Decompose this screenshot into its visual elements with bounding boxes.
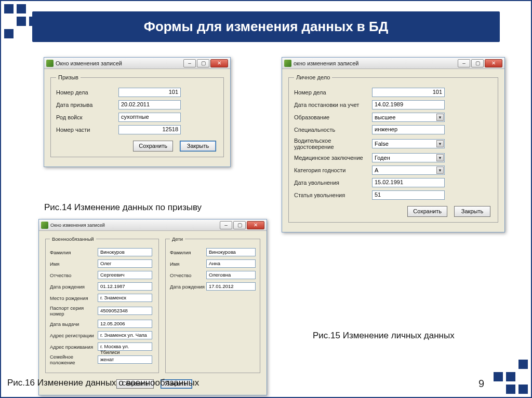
close-button[interactable]: ✕ bbox=[485, 59, 502, 67]
app-icon bbox=[41, 222, 48, 229]
titlebar[interactable]: Окно изменения записей – ▢ ✕ bbox=[39, 219, 267, 231]
group-legend: Призыв bbox=[56, 74, 81, 80]
label-unit: Номер части bbox=[56, 127, 118, 133]
label: Дата постановки на учет bbox=[294, 102, 372, 108]
label: Дата рождения bbox=[50, 284, 98, 290]
slide-title: Формы для изменения данных в БД bbox=[32, 11, 500, 42]
caption-15: Рис.15 Изменение личных данных bbox=[313, 331, 455, 341]
label: Фамилия bbox=[50, 250, 98, 255]
input-passport[interactable]: 4509052348 bbox=[98, 307, 152, 315]
window-title: окно изменения записей bbox=[294, 60, 455, 66]
page-number: 9 bbox=[478, 378, 484, 390]
combo-category[interactable]: А▼ bbox=[372, 166, 445, 175]
input-date[interactable]: 20.02.2011 bbox=[118, 100, 181, 109]
close-button[interactable]: ✕ bbox=[210, 59, 228, 67]
input-patronymic[interactable]: Сергеевич bbox=[98, 271, 152, 279]
input-num[interactable]: 101 bbox=[118, 88, 181, 97]
input-regdate[interactable]: 14.02.1989 bbox=[372, 100, 445, 109]
group-person: Военнообязанный ФамилияВинокуров ИмяОлег… bbox=[45, 236, 159, 373]
input-child-birthdate[interactable]: 17.01.2012 bbox=[206, 282, 256, 291]
minimize-button[interactable]: – bbox=[458, 59, 470, 67]
combo-education[interactable]: высшее▼ bbox=[372, 113, 445, 122]
label: Образование bbox=[294, 114, 372, 120]
maximize-button[interactable]: ▢ bbox=[197, 59, 209, 67]
combo-medical[interactable]: Годен▼ bbox=[372, 153, 445, 162]
label: Отчество bbox=[170, 272, 206, 278]
input-passport-date[interactable]: 12.05.2006 bbox=[98, 320, 152, 328]
label: Дата рождения bbox=[170, 284, 206, 290]
label: Категория годности bbox=[294, 167, 372, 173]
close-form-button[interactable]: Закрыть bbox=[180, 141, 216, 152]
titlebar[interactable]: окно изменения записей – ▢ ✕ bbox=[282, 58, 504, 69]
input-name[interactable]: Олег bbox=[98, 259, 152, 268]
input-live-address[interactable]: г. Москва ул. Тбилиси bbox=[98, 342, 152, 351]
input-child-name[interactable]: Анна bbox=[206, 259, 256, 268]
label: Семейное положение bbox=[50, 354, 98, 365]
label: Имя bbox=[170, 261, 206, 267]
input-dismiss-date[interactable]: 15.02.1991 bbox=[372, 178, 445, 187]
input-reg-address[interactable]: г. Знаменск ул. Чапа bbox=[98, 331, 152, 339]
caption-14: Рис.14 Изменение данных по призыву bbox=[44, 202, 202, 213]
minimize-button[interactable]: – bbox=[183, 59, 196, 67]
label: Место рождения bbox=[50, 295, 98, 301]
group-priziv: Призыв Номер дела 101 Дата призыва 20.02… bbox=[50, 74, 224, 157]
input-surname[interactable]: Винокуров bbox=[98, 248, 152, 256]
label: Паспорт серия номер bbox=[50, 305, 98, 317]
input-child-patronymic[interactable]: Олеговна bbox=[206, 271, 256, 279]
label-num: Номер дела bbox=[56, 89, 118, 95]
input-spec[interactable]: инженер bbox=[372, 125, 445, 134]
input-marital[interactable]: женат bbox=[98, 355, 152, 364]
label: Адрес проживания bbox=[50, 344, 98, 350]
label: Фамилия bbox=[170, 250, 206, 255]
window-personal: окно изменения записей – ▢ ✕ Личное дело… bbox=[282, 57, 505, 232]
chevron-down-icon: ▼ bbox=[436, 140, 444, 147]
maximize-button[interactable]: ▢ bbox=[233, 221, 246, 229]
input-unit[interactable]: 12518 bbox=[118, 125, 181, 134]
group-personal: Личное дело Номер дела 101 Дата постанов… bbox=[288, 74, 498, 223]
input-num[interactable]: 101 bbox=[372, 88, 445, 97]
label: Дата увольнения bbox=[294, 180, 372, 186]
input-troop[interactable]: сухоптные bbox=[118, 113, 181, 122]
minimize-button[interactable]: – bbox=[220, 221, 232, 229]
input-article[interactable]: 51 bbox=[372, 190, 445, 200]
chevron-down-icon: ▼ bbox=[436, 167, 444, 174]
window-title: Окно изменения записей bbox=[56, 60, 180, 66]
group-children: Дети ФамилияВинокурова ИмяАнна ОтчествоО… bbox=[165, 236, 260, 373]
chevron-down-icon: ▼ bbox=[436, 114, 444, 121]
maximize-button[interactable]: ▢ bbox=[471, 59, 484, 67]
label: Водительское удостоверение bbox=[294, 138, 372, 150]
label: Медицинское заключение bbox=[294, 155, 372, 161]
save-button[interactable]: Сохранить bbox=[407, 206, 447, 217]
save-button[interactable]: Сохранить bbox=[133, 141, 173, 152]
close-form-button[interactable]: Закрыть bbox=[454, 206, 490, 217]
window-servicemen: Окно изменения записей – ▢ ✕ Военнообяза… bbox=[38, 219, 267, 395]
close-button[interactable]: ✕ bbox=[247, 221, 264, 229]
label: Статья увольнения bbox=[294, 192, 372, 198]
caption-16: Рис.16 Изменение данных о военнообязанны… bbox=[7, 378, 199, 388]
input-birthplace[interactable]: г. Знаменск bbox=[98, 294, 152, 302]
label: Имя bbox=[50, 261, 98, 267]
chevron-down-icon: ▼ bbox=[436, 154, 444, 161]
input-child-surname[interactable]: Винокурова bbox=[206, 248, 256, 256]
label-date: Дата призыва bbox=[56, 102, 118, 108]
label: Дата выдачи bbox=[50, 321, 98, 327]
label: Адрес регистрации bbox=[50, 333, 98, 338]
group-legend: Дети bbox=[170, 236, 185, 242]
label-troop: Род войск bbox=[56, 114, 118, 120]
app-icon bbox=[284, 60, 291, 67]
window-title: Окно изменения записей bbox=[50, 223, 217, 228]
label: Номер дела bbox=[294, 89, 372, 95]
label: Специальность bbox=[294, 127, 372, 133]
window-priziv: Окно изменения записей – ▢ ✕ Призыв Номе… bbox=[44, 57, 231, 167]
combo-license[interactable]: False▼ bbox=[372, 139, 445, 148]
group-legend: Военнообязанный bbox=[50, 236, 96, 242]
group-legend: Личное дело bbox=[294, 74, 332, 80]
label: Отчество bbox=[50, 272, 98, 278]
app-icon bbox=[46, 60, 54, 67]
titlebar[interactable]: Окно изменения записей – ▢ ✕ bbox=[44, 58, 230, 69]
input-birthdate[interactable]: 01.12.1987 bbox=[98, 282, 152, 291]
